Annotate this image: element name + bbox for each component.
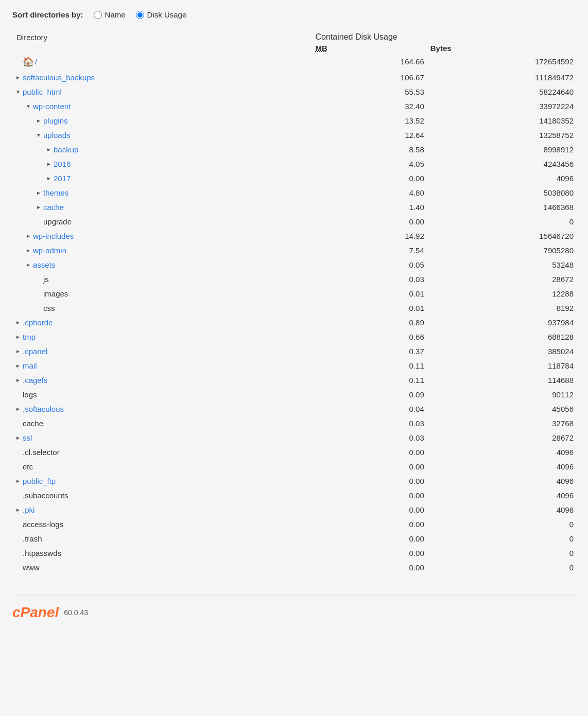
bytes-value: 13258752 (426, 128, 576, 143)
chevron-right-icon[interactable]: ► (45, 146, 53, 153)
chevron-right-icon[interactable]: ► (45, 175, 53, 182)
chevron-right-icon[interactable]: ► (14, 406, 22, 413)
dir-link[interactable]: wp-admin (33, 245, 66, 257)
chevron-down-icon[interactable]: ▼ (25, 103, 32, 110)
sort-name-radio[interactable] (94, 11, 102, 19)
dir-link[interactable]: .pki (23, 504, 34, 516)
bytes-value: 118784 (426, 359, 576, 373)
bytes-value: 7905280 (426, 243, 576, 258)
dir-link[interactable]: softaculous_backups (23, 72, 95, 84)
dir-link[interactable]: .cagefs (23, 374, 47, 387)
home-icon[interactable]: 🏠 (23, 55, 34, 69)
dir-link[interactable]: tmp (23, 331, 36, 343)
dir-link[interactable]: 2017 (54, 172, 71, 185)
mb-value: 0.00 (311, 546, 426, 561)
cpanel-logo-panel: Panel (21, 604, 59, 620)
bytes-value: 385024 (426, 344, 576, 359)
chevron-right-icon[interactable]: ► (14, 74, 22, 81)
table-row: css0.018192 (12, 301, 576, 316)
table-row: ►.softaculous0.0445056 (12, 402, 576, 416)
bytes-value: 1466368 (426, 200, 576, 215)
mb-value: 0.00 (311, 215, 426, 229)
mb-value: 14.92 (311, 229, 426, 243)
mb-value: 0.00 (311, 561, 426, 575)
chevron-right-icon[interactable]: ► (14, 362, 22, 370)
dir-cell: ►public_ftp (12, 474, 311, 488)
sort-disk-radio[interactable] (136, 11, 144, 19)
chevron-right-icon[interactable]: ► (14, 334, 22, 341)
dir-link[interactable]: assets (33, 259, 55, 271)
dir-link[interactable]: public_html (23, 86, 62, 98)
chevron-right-icon[interactable]: ► (45, 161, 53, 168)
dir-link[interactable]: themes (43, 187, 68, 199)
chevron-down-icon[interactable]: ▼ (14, 89, 22, 96)
bytes-value: 28672 (426, 272, 576, 287)
chevron-right-icon[interactable]: ► (14, 348, 22, 355)
dir-cell: .subaccounts (12, 488, 311, 503)
bytes-value: 45056 (426, 402, 576, 416)
dir-link[interactable]: plugins (43, 115, 68, 127)
chevron-right-icon[interactable]: ► (25, 233, 32, 240)
cpanel-logo: cPanel (12, 604, 59, 621)
mb-value: 0.03 (311, 272, 426, 287)
sort-name-option[interactable]: Name (94, 10, 126, 19)
dir-link[interactable]: wp-includes (33, 230, 74, 242)
table-row: .subaccounts0.004096 (12, 488, 576, 503)
dir-link[interactable]: cache (43, 201, 64, 214)
dir-name: etc (23, 461, 33, 473)
dir-name: .htpasswds (23, 547, 61, 560)
bytes-value: 4243456 (426, 157, 576, 171)
dir-cell: js (12, 272, 311, 287)
dir-cell: ►.cphorde (12, 316, 311, 330)
table-row: etc0.004096 (12, 460, 576, 474)
chevron-down-icon[interactable]: ▼ (35, 132, 42, 139)
dir-link[interactable]: ssl (23, 432, 32, 444)
dir-link[interactable]: public_ftp (23, 475, 56, 487)
chevron-right-icon[interactable]: ► (14, 377, 22, 384)
chevron-right-icon[interactable]: ► (25, 247, 32, 254)
dir-cell: .trash (12, 532, 311, 546)
table-row: ▼public_html55.5358224640 (12, 85, 576, 99)
mb-value: 1.40 (311, 200, 426, 215)
table-row: ►.cpanel0.37385024 (12, 344, 576, 359)
bytes-value: 4096 (426, 503, 576, 517)
chevron-right-icon[interactable]: ► (14, 434, 22, 442)
dir-link[interactable]: uploads (43, 129, 71, 142)
dir-name: css (43, 302, 55, 315)
dir-cell: upgrade (12, 215, 311, 229)
mb-value: 0.01 (311, 287, 426, 301)
dir-cell: ►.pki (12, 503, 311, 517)
chevron-right-icon[interactable]: ► (14, 478, 22, 485)
dir-cell: cache (12, 416, 311, 431)
dir-link[interactable]: / (35, 56, 37, 68)
mb-value: 32.40 (311, 99, 426, 114)
dir-cell: ►backup (12, 143, 311, 157)
mb-value: 0.11 (311, 373, 426, 388)
chevron-right-icon[interactable]: ► (35, 204, 42, 211)
table-row: ►assets0.0553248 (12, 258, 576, 272)
dir-link[interactable]: 2016 (54, 158, 71, 170)
chevron-right-icon[interactable]: ► (35, 117, 42, 125)
col-header-dir-empty (12, 43, 311, 54)
chevron-right-icon[interactable]: ► (35, 189, 42, 197)
directory-tbody: 🏠/164.66172654592►softaculous_backups106… (12, 54, 576, 575)
dir-link[interactable]: wp-content (33, 100, 71, 113)
mb-value: 0.00 (311, 460, 426, 474)
mb-value: 0.00 (311, 503, 426, 517)
dir-cell: ►tmp (12, 330, 311, 344)
dir-cell: ►cache (12, 200, 311, 215)
dir-name: www (23, 562, 40, 574)
chevron-right-icon[interactable]: ► (25, 261, 32, 269)
chevron-right-icon[interactable]: ► (14, 319, 22, 326)
dir-link[interactable]: backup (54, 144, 78, 156)
dir-link[interactable]: .cphorde (23, 317, 53, 329)
dir-link[interactable]: .softaculous (23, 403, 64, 415)
sort-disk-option[interactable]: Disk Usage (136, 10, 187, 19)
dir-link[interactable]: mail (23, 360, 37, 372)
no-toggle (14, 564, 22, 571)
dir-cell: ►wp-includes (12, 229, 311, 243)
chevron-right-icon[interactable]: ► (14, 507, 22, 514)
table-row: ►cache1.401466368 (12, 200, 576, 215)
dir-name: access-logs (23, 518, 63, 531)
dir-link[interactable]: .cpanel (23, 345, 47, 358)
